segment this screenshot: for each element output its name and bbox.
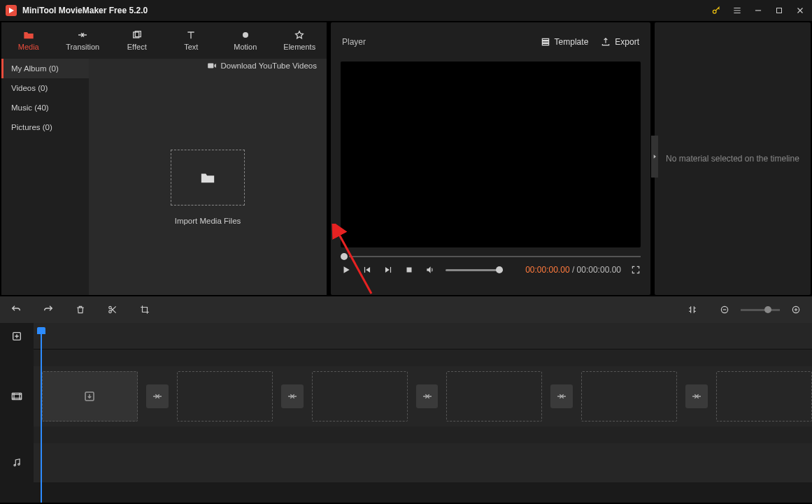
volume-slider[interactable] — [446, 269, 503, 271]
svg-marker-10 — [344, 266, 350, 273]
import-label: Import Media Files — [175, 217, 241, 225]
svg-marker-16 — [654, 154, 656, 158]
split-button[interactable] — [104, 301, 122, 319]
progress-track[interactable] — [349, 256, 641, 257]
media-sidebar: My Album (0) Videos (0) Music (40) Pictu… — [1, 59, 89, 295]
export-icon — [601, 37, 611, 47]
player-panel: Player Template Export 00:00:00.00 — [331, 22, 650, 295]
video-track[interactable] — [34, 366, 812, 426]
svg-rect-3 — [133, 32, 138, 38]
svg-rect-25 — [85, 392, 94, 401]
tab-label: Effect — [127, 43, 147, 51]
elements-icon — [294, 30, 305, 40]
tab-motion[interactable]: Motion — [218, 22, 273, 59]
sidebar-item-videos[interactable]: Videos (0) — [1, 78, 89, 98]
total-time: 00:00:00.00 — [577, 265, 621, 275]
import-media-dropzone[interactable] — [171, 150, 245, 206]
svg-point-19 — [721, 306, 727, 312]
fullscreen-button[interactable] — [631, 265, 641, 275]
zoom-out-button[interactable] — [715, 301, 734, 319]
empty-clip-slot[interactable] — [581, 371, 677, 422]
svg-rect-11 — [364, 267, 365, 273]
download-youtube-link[interactable]: Download YouTube Videos — [207, 62, 317, 70]
export-button[interactable]: Export — [601, 37, 639, 47]
transition-slot[interactable] — [550, 384, 573, 408]
volume-button[interactable] — [425, 264, 436, 275]
properties-panel: No material selected on the timeline — [655, 22, 811, 295]
transition-slot[interactable] — [281, 384, 304, 408]
svg-rect-15 — [407, 268, 412, 273]
video-icon — [207, 62, 217, 70]
zoom-thumb[interactable] — [764, 306, 771, 313]
svg-rect-2 — [777, 8, 782, 13]
transition-slot[interactable] — [146, 384, 169, 408]
motion-icon — [240, 30, 251, 40]
download-icon — [83, 390, 96, 403]
zoom-in-button[interactable] — [787, 301, 805, 319]
add-track-button[interactable] — [0, 323, 34, 350]
export-label: Export — [615, 37, 639, 47]
titlebar: MiniTool MovieMaker Free 5.2.0 — [0, 0, 812, 21]
sidebar-item-pictures[interactable]: Pictures (0) — [1, 117, 89, 137]
transition-icon — [77, 30, 88, 40]
tab-label: Elements — [283, 43, 315, 51]
timeline-ruler[interactable] — [34, 323, 812, 350]
stop-button[interactable] — [404, 264, 415, 275]
player-title: Player — [342, 37, 528, 47]
sidebar-item-music[interactable]: Music (40) — [1, 98, 89, 117]
crop-button[interactable] — [136, 301, 154, 319]
empty-clip-slot[interactable] — [42, 371, 138, 422]
timeline — [0, 323, 812, 503]
tab-label: Transition — [66, 43, 99, 51]
maximize-button[interactable] — [773, 4, 785, 17]
tab-label: Media — [18, 43, 39, 51]
empty-clip-slot[interactable] — [446, 371, 542, 422]
svg-point-23 — [14, 464, 15, 466]
sidebar-item-my-album[interactable]: My Album (0) — [1, 59, 89, 78]
tab-transition[interactable]: Transition — [56, 22, 111, 59]
playhead[interactable] — [41, 333, 42, 503]
svg-marker-13 — [385, 267, 390, 273]
key-icon[interactable] — [710, 4, 722, 17]
empty-clip-slot[interactable] — [177, 371, 273, 422]
transition-slot[interactable] — [685, 384, 708, 408]
volume-thumb[interactable] — [496, 266, 503, 273]
svg-marker-0 — [9, 8, 14, 13]
tab-media[interactable]: Media — [1, 22, 56, 59]
svg-point-5 — [243, 32, 248, 38]
auto-fit-button[interactable] — [683, 301, 701, 319]
tab-elements[interactable]: Elements — [273, 22, 327, 59]
svg-point-18 — [109, 310, 112, 313]
app-title: MiniTool MovieMaker Free 5.2.0 — [22, 6, 710, 15]
timeline-toolbar — [0, 296, 812, 323]
app-logo — [6, 5, 17, 16]
svg-point-1 — [713, 10, 716, 13]
svg-rect-22 — [12, 393, 21, 399]
prev-frame-button[interactable] — [362, 264, 373, 275]
folder-icon — [23, 30, 34, 40]
zoom-slider[interactable] — [741, 309, 780, 311]
empty-state-text: No material selected on the timeline — [666, 154, 799, 164]
tab-effect[interactable]: Effect — [110, 22, 164, 59]
delete-button[interactable] — [71, 301, 90, 319]
time-separator: / — [572, 265, 574, 275]
redo-button[interactable] — [39, 301, 57, 319]
minimize-button[interactable] — [752, 4, 764, 17]
text-icon — [185, 30, 197, 40]
template-button[interactable]: Template — [541, 37, 589, 47]
undo-button[interactable] — [7, 301, 25, 319]
play-button[interactable] — [341, 264, 352, 275]
audio-track[interactable] — [34, 443, 812, 482]
empty-clip-slot[interactable] — [716, 371, 812, 422]
tab-text[interactable]: Text — [164, 22, 219, 59]
download-label: Download YouTube Videos — [221, 62, 317, 70]
tab-label: Text — [184, 43, 198, 51]
menu-icon[interactable] — [731, 4, 743, 17]
next-frame-button[interactable] — [383, 264, 394, 275]
transition-slot[interactable] — [416, 384, 439, 408]
top-tabs: Media Transition Effect Text — [1, 22, 327, 59]
player-viewport — [341, 62, 641, 247]
collapse-handle[interactable] — [651, 136, 658, 178]
empty-clip-slot[interactable] — [312, 371, 408, 422]
close-button[interactable] — [794, 4, 806, 17]
